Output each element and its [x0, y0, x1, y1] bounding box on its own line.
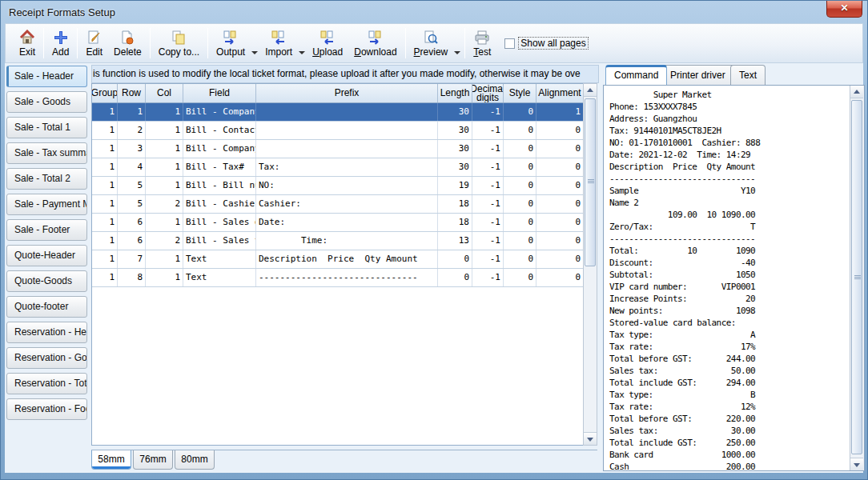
cell-style: 0 [504, 269, 536, 286]
import-button[interactable]: Import [259, 25, 298, 62]
exit-button[interactable]: Exit [14, 25, 41, 62]
cell-decimal: -1 [472, 195, 504, 213]
table-row[interactable]: 121Bill - Contact info30-100 [92, 122, 597, 140]
sidebar-item-reservation-header[interactable]: Reservation - Header [6, 322, 87, 343]
table-body: 111Bill - Company name30-101121Bill - Co… [92, 103, 597, 287]
column-header-col[interactable]: Col [146, 84, 183, 102]
cell-style: 0 [504, 177, 536, 194]
column-header-prefix[interactable]: Prefix [256, 84, 438, 102]
scroll-down-arrow-icon[interactable] [584, 432, 597, 445]
sidebar-item-reservation-footer[interactable]: Reservation - Footer [6, 398, 87, 420]
tab-text[interactable]: Text [730, 65, 766, 85]
close-button[interactable]: ✕ [826, 1, 862, 18]
table-scrollbar-thumb[interactable] [585, 98, 596, 266]
receipt-preview-panel: Super Market Phone: 153XXXX7845 Address:… [603, 85, 865, 471]
toolbar-button-label: Download [354, 46, 396, 58]
sidebar-item-sale-footer[interactable]: Sale - Footer [6, 219, 87, 241]
column-header-length[interactable]: Length [438, 84, 472, 102]
size-tab-76mm[interactable]: 76mm [133, 450, 173, 470]
table-row[interactable]: 161Bill - Sales dateDate:18-100 [92, 214, 597, 232]
scroll-up-arrow-icon[interactable] [584, 84, 597, 97]
show-all-pages-checkbox[interactable]: Show all pages [504, 37, 588, 50]
table-row[interactable]: 171TextDescription Price Qty Amount0-100 [92, 250, 597, 269]
test-button[interactable]: Test [468, 25, 496, 62]
add-icon [53, 30, 69, 46]
cell-prefix: NO: [256, 177, 438, 194]
column-header-row[interactable]: Row [118, 84, 146, 102]
download-button[interactable]: Download [348, 25, 402, 62]
delete-icon [119, 30, 135, 46]
table-row[interactable]: 111Bill - Company name30-101 [92, 103, 597, 122]
table-row[interactable]: 162Bill - Sales time Time:13-100 [92, 232, 597, 250]
tab-printer-driver[interactable]: Printer driver [661, 65, 734, 85]
add-button[interactable]: Add [46, 25, 74, 62]
sidebar-item-sale-goods[interactable]: Sale - Goods [6, 91, 87, 113]
table-row[interactable]: 151Bill - Bill numberNO:19-100 [92, 177, 597, 195]
table-row[interactable]: 152Bill - Cashier codeCashier:18-100 [92, 195, 597, 214]
import-icon [271, 30, 287, 46]
output-button[interactable]: Output [211, 25, 251, 62]
column-header-group[interactable]: Group [92, 84, 118, 102]
cell-decimal: -1 [472, 122, 504, 139]
cell-col: 1 [146, 140, 183, 158]
cell-alignment: 0 [536, 158, 584, 176]
sidebar-item-sale-payment-method[interactable]: Sale - Payment Method [6, 194, 87, 215]
chevron-down-icon[interactable] [251, 51, 258, 54]
size-tab-58mm[interactable]: 58mm [91, 450, 131, 470]
delete-button[interactable]: Delete [108, 25, 147, 62]
cell-style: 0 [504, 214, 536, 231]
toolbar-button-label: Output [216, 46, 245, 58]
sidebar-item-reservation-total[interactable]: Reservation - Total [6, 373, 87, 394]
column-header-decimal[interactable]: Decimal digits [472, 84, 504, 102]
format-table: GroupRowColFieldPrefixLengthDecimal digi… [91, 83, 597, 446]
sidebar-item-sale-total-2[interactable]: Sale - Total 2 [6, 168, 87, 190]
cell-col: 1 [146, 214, 183, 231]
column-header-alignment[interactable]: Alignment [536, 84, 584, 102]
sidebar-item-quote-goods[interactable]: Quote-Goods [6, 270, 87, 292]
table-scrollbar[interactable] [583, 83, 597, 446]
column-header-field[interactable]: Field [183, 84, 256, 102]
sidebar-item-sale-header[interactable]: Sale - Header [6, 66, 87, 87]
sidebar-item-sale-total-1[interactable]: Sale - Total 1 [6, 117, 87, 138]
output-icon [223, 30, 239, 46]
table-row[interactable]: 141Bill - Tax#Tax:30-100 [92, 158, 597, 177]
scroll-up-arrow-icon[interactable] [850, 86, 863, 98]
sidebar-item-sale-tax-summary[interactable]: Sale - Tax summary [6, 142, 87, 164]
cell-style: 0 [504, 250, 536, 268]
cell-prefix: Cashier: [256, 195, 438, 213]
sidebar-item-quote-header[interactable]: Quote-Header [6, 245, 87, 266]
size-tab-80mm[interactable]: 80mm [175, 450, 215, 470]
cell-group: 1 [92, 269, 118, 286]
cell-decimal: -1 [472, 214, 504, 231]
receipt-scrollbar-thumb[interactable] [851, 100, 862, 454]
edit-button[interactable]: Edit [80, 25, 108, 62]
cell-length: 19 [438, 177, 472, 194]
cell-row: 5 [118, 195, 146, 213]
download-icon [368, 30, 384, 46]
checkbox-icon[interactable] [504, 38, 515, 49]
table-header-row: GroupRowColFieldPrefixLengthDecimal digi… [92, 84, 597, 103]
toolbar-button-label: Add [52, 46, 69, 58]
chevron-down-icon[interactable] [299, 51, 305, 54]
toolbar-button-label: Test [473, 46, 491, 58]
column-header-style[interactable]: Style [504, 84, 536, 102]
cell-length: 30 [438, 122, 472, 139]
receipt-scrollbar[interactable] [850, 86, 864, 470]
cell-row: 7 [118, 250, 146, 268]
chevron-down-icon[interactable] [454, 51, 460, 54]
sidebar-item-reservation-goods[interactable]: Reservation - Goods [6, 347, 87, 369]
cell-style: 0 [504, 103, 536, 121]
preview-button[interactable]: Preview [408, 25, 454, 62]
cell-field: Bill - Sales time [183, 232, 256, 250]
cell-row: 8 [118, 269, 146, 286]
cell-prefix: Time: [256, 232, 438, 250]
table-row[interactable]: 131Bill - Company address30-100 [92, 140, 597, 158]
table-row[interactable]: 181Text------------------------------0-1… [92, 269, 597, 287]
sidebar-item-quote-footer[interactable]: Quote-footer [6, 296, 87, 318]
scroll-down-arrow-icon[interactable] [850, 458, 863, 470]
cell-group: 1 [92, 103, 118, 121]
copy-to-button[interactable]: Copy to... [153, 25, 205, 62]
tab-command[interactable]: Command [605, 65, 667, 85]
upload-button[interactable]: Upload [307, 25, 348, 62]
cell-group: 1 [92, 214, 118, 231]
